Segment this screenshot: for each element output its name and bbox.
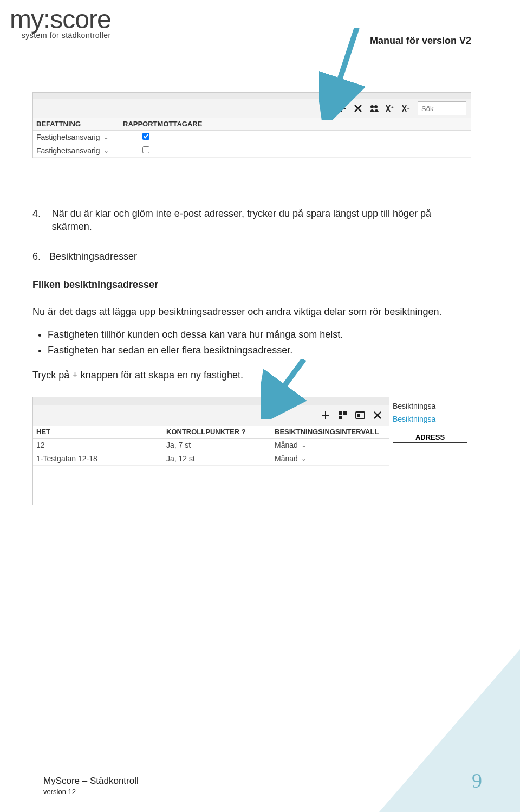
cell-interval: Månad (275, 441, 298, 449)
heading-number: 6. (32, 250, 47, 263)
bullet-list: Fastigheten tillhör kunden och dessa kan… (48, 328, 471, 357)
body-text: 4. När du är klar och glöm inte e-post a… (32, 207, 471, 382)
cell-het: 12 (36, 441, 166, 449)
plus-icon[interactable] (320, 409, 332, 421)
toolbar: + − (33, 93, 471, 118)
users-icon[interactable] (369, 103, 380, 114)
svg-point-2 (370, 105, 374, 108)
col-het: HET (36, 428, 166, 436)
col-intervall: BESIKTNINGSINGSINTERVALL (275, 428, 383, 436)
table-row[interactable]: Fastighetsansvarig⌄ (33, 131, 471, 144)
table-row[interactable]: 12 Ja, 7 st Månad⌄ (33, 439, 389, 452)
table-header: HET KONTROLLPUNKTER ? BESIKTNINGSINGSINT… (33, 426, 389, 439)
x-extra-icon-2[interactable]: − (401, 103, 412, 114)
cell-kp: Ja, 7 st (166, 441, 275, 449)
svg-point-3 (374, 105, 378, 108)
logo: my:score system för städkontroller (10, 4, 111, 40)
side-col-header: ADRESS (393, 433, 467, 443)
cell-interval: Månad (275, 454, 298, 463)
cell-kp: Ja, 12 st (166, 454, 275, 463)
heading-6: 6. Besiktningsadresser (32, 250, 471, 263)
paragraph: Tryck på + knappen för att skapa en ny f… (32, 369, 471, 382)
screenshot-toolbar-table-1: + − BEFATTNING RAPPORTMOTTAGARE Fastighe… (32, 92, 471, 158)
svg-rect-8 (339, 411, 342, 415)
item-text: När du är klar och glöm inte e-post adre… (52, 207, 471, 234)
paragraph: Nu är det dags att lägga upp besiktnings… (32, 305, 471, 318)
card-icon[interactable] (354, 409, 366, 421)
search-input[interactable] (418, 101, 466, 115)
table-row[interactable]: Fastighetsansvarig⌄ (33, 144, 471, 158)
col-rapportmottagare: RAPPORTMOTTAGARE (123, 120, 220, 128)
cell-het: 1-Testgatan 12-18 (36, 454, 166, 463)
svg-text:−: − (407, 106, 410, 111)
cell-role: Fastighetsansvarig (36, 133, 100, 141)
svg-text:+: + (391, 105, 394, 110)
col-kontrollpunkter: KONTROLLPUNKTER ? (166, 428, 275, 436)
table-header: BEFATTNING RAPPORTMOTTAGARE (33, 118, 471, 131)
chevron-down-icon[interactable]: ⌄ (103, 147, 109, 154)
x-extra-icon-1[interactable]: + (385, 103, 396, 114)
chevron-down-icon[interactable]: ⌄ (103, 133, 109, 141)
side-link[interactable]: Besiktningsa (393, 415, 467, 423)
close-icon[interactable] (372, 409, 384, 421)
decor-triangle (379, 649, 520, 812)
footer: MyScore – Städkontroll version 12 (43, 776, 139, 796)
footer-title: MyScore – Städkontroll (43, 776, 139, 787)
item-number: 4. (32, 207, 52, 234)
chevron-down-icon[interactable]: ⌄ (301, 455, 307, 462)
numbered-item-4: 4. När du är klar och glöm inte e-post a… (32, 207, 471, 234)
checkbox-receiver[interactable] (142, 146, 150, 153)
close-icon[interactable] (353, 103, 363, 114)
list-item: Fastigheten har sedan en eller flera bes… (48, 344, 471, 357)
logo-word: my:score (10, 4, 111, 34)
heading-title: Besiktningsadresser (49, 251, 137, 262)
chevron-down-icon[interactable]: ⌄ (301, 441, 307, 449)
screenshot-property-table: HET KONTROLLPUNKTER ? BESIKTNINGSINGSINT… (32, 397, 471, 505)
plus-icon[interactable] (336, 103, 347, 114)
subheading: Fliken besiktningsadresser (32, 278, 471, 291)
cell-role: Fastighetsansvarig (36, 146, 100, 155)
side-panel: Besiktningsa Besiktningsa ADRESS (389, 397, 471, 505)
list-item: Fastigheten tillhör kunden och dessa kan… (48, 328, 471, 341)
table-row[interactable]: 1-Testgatan 12-18 Ja, 12 st Månad⌄ (33, 452, 389, 466)
multi-icon[interactable] (337, 409, 349, 421)
page-number: 9 (472, 769, 482, 792)
svg-rect-12 (357, 414, 360, 417)
svg-rect-10 (339, 416, 342, 419)
svg-rect-9 (343, 411, 347, 415)
footer-version: version 12 (43, 788, 139, 796)
checkbox-receiver[interactable] (142, 133, 150, 140)
side-label: Besiktningsa (393, 402, 467, 410)
page-header: Manual för version V2 (370, 35, 471, 47)
logo-tagline: system för städkontroller (10, 31, 111, 40)
col-befattning: BEFATTNING (36, 120, 123, 128)
toolbar (33, 397, 389, 426)
